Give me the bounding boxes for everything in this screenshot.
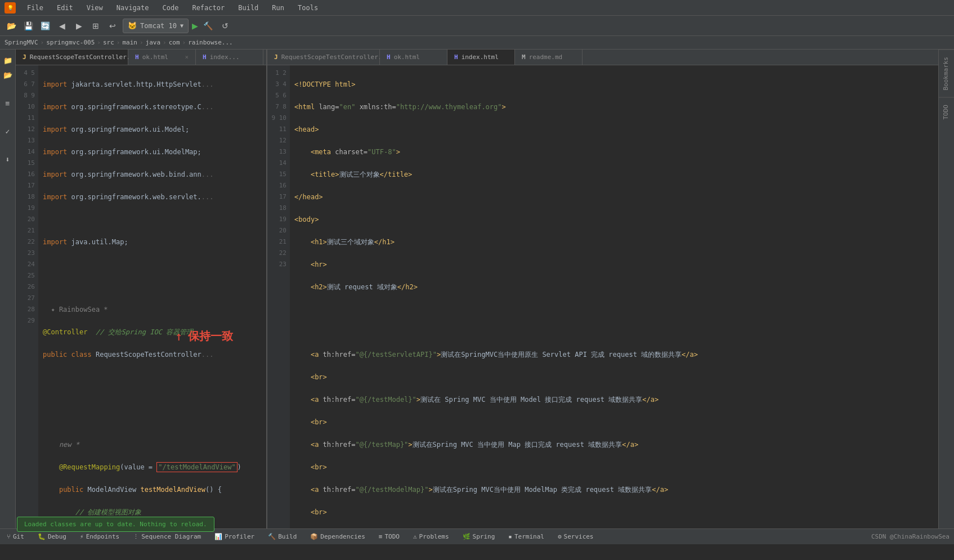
todo-label: TODO [384,533,400,540]
open-file-button[interactable]: 📂 [5,19,18,33]
recent-files-button[interactable]: ⊞ [89,19,102,33]
breadcrumb-package[interactable]: rainbowse... [188,39,232,46]
sidebar-icon-structure[interactable]: ≡ [2,97,14,109]
tab-ok-html[interactable]: H ok.html × [128,50,196,65]
right-editor: 1 2 3 4 5 6 7 8 9 10 11 12 13 14 15 16 1… [267,65,938,528]
bottom-item-endpoints[interactable]: ⚡ Endpoints [78,532,122,541]
run-button[interactable]: ▶ [192,20,198,32]
tab-ok-right[interactable]: H ok.html [380,50,447,65]
tab-close-ok[interactable]: × [185,53,189,61]
menu-file[interactable]: File [25,3,46,13]
tab-label-ok-right: ok.html [394,53,420,61]
problems-label: Problems [419,533,449,540]
panel-tab-bookmarks[interactable]: Bookmarks [939,50,954,97]
tab-readme[interactable]: M readme.md [515,50,583,65]
git-icon: ⑂ [7,533,11,540]
left-sidebar: 📁 📂 ≡ ✓ ⬇ [0,50,16,528]
sidebar-icon-pull-requests[interactable]: ⬇ [2,153,14,165]
panel-tab-todo[interactable]: TODO [939,97,954,127]
tab-label-index-left: index... [210,53,240,61]
breadcrumb-java[interactable]: java [146,39,161,46]
breadcrumb-com[interactable]: com [169,39,180,46]
services-label: Services [564,533,594,540]
bottom-item-todo[interactable]: ≡ TODO [377,532,402,541]
build-button[interactable]: 🔨 [201,19,215,33]
tab-label-index-active: index.html [462,53,499,61]
right-sidebar: Bookmarks TODO [938,50,954,528]
bottom-item-terminal[interactable]: ▪ Terminal [506,532,547,541]
save-button[interactable]: 💾 [21,19,35,33]
bottom-item-services[interactable]: ⚙ Services [556,532,596,541]
left-code-content[interactable]: import jakarta.servlet.http.HttpServlet.… [38,65,266,528]
dependencies-label: Dependencies [320,533,365,540]
menu-navigate[interactable]: Navigate [114,3,151,13]
undo-button[interactable]: ↩ [106,19,119,33]
breadcrumb: SpringMVC › springmvc-005 › src › main ›… [0,36,954,50]
right-line-numbers: 1 2 3 4 5 6 7 8 9 10 11 12 13 14 15 16 1… [267,65,290,528]
back-button[interactable]: ◀ [55,19,69,33]
menu-run[interactable]: Run [270,3,286,13]
profiler-icon: 📊 [214,533,222,540]
tab-controller-right[interactable]: J RequestScopeTestController.java [267,50,380,65]
sidebar-icon-folder[interactable]: 📂 [2,69,14,81]
profiler-label: Profiler [225,533,254,540]
breadcrumb-project[interactable]: springmvc-005 [46,39,95,46]
build-label: Build [278,533,297,540]
menu-code[interactable]: Code [160,3,181,13]
right-code-content[interactable]: <!DOCTYPE html> <html lang="en" xmlns:th… [290,65,938,528]
tab-icon-j2: J [274,53,278,61]
run-config-dropdown-icon: ▼ [180,23,183,29]
update-button[interactable]: ↺ [218,19,232,33]
tab-index-active[interactable]: H index.html [447,50,515,65]
git-label: Git [13,533,24,540]
sidebar-icon-commit[interactable]: ✓ [2,125,14,137]
todo-icon: ≡ [379,533,383,540]
tab-index-left[interactable]: H index... [196,50,263,65]
bottom-item-problems[interactable]: ⚠ Problems [411,532,451,541]
tab-icon-java: J [23,53,26,61]
menu-build[interactable]: Build [236,3,261,13]
tab-icon-html: H [135,53,139,61]
app-logo: 💡 [5,2,16,14]
tab-label-readme: readme.md [529,53,563,61]
bottom-item-sequence[interactable]: ⋮ Sequence Diagram [131,532,203,541]
left-editor: 4 5 6 7 8 9 10 11 12 13 14 15 16 17 18 1… [16,65,267,528]
editor-area: J RequestScopeTestController.java × H ok… [16,50,938,528]
breadcrumb-main[interactable]: main [122,39,137,46]
sidebar-icon-project[interactable]: 📁 [2,54,14,66]
menu-tools[interactable]: Tools [295,3,320,13]
bottom-item-spring[interactable]: 🌿 Spring [460,532,498,541]
left-code-area: 4 5 6 7 8 9 10 11 12 13 14 15 16 17 18 1… [16,65,266,528]
tab-icon-index-active: H [454,53,458,61]
breadcrumb-springmvc[interactable]: SpringMVC [5,39,38,46]
problems-icon: ⚠ [413,533,417,540]
forward-button[interactable]: ▶ [72,19,86,33]
menu-refactor[interactable]: Refactor [190,3,227,13]
endpoints-icon: ⚡ [80,533,84,540]
bottom-item-dependencies[interactable]: 📦 Dependencies [308,532,367,541]
build-icon: 🔨 [268,533,276,540]
bottom-item-debug[interactable]: 🐛 Debug [35,532,69,541]
run-config-selector[interactable]: 🐱 Tomcat 10 ▼ [123,19,189,33]
toolbar: 📂 💾 🔄 ◀ ▶ ⊞ ↩ 🐱 Tomcat 10 ▼ ▶ 🔨 ↺ [0,16,954,36]
bottom-item-build[interactable]: 🔨 Build [266,532,299,541]
notification-toast: Loaded classes are up to date. Nothing t… [17,517,214,532]
sequence-label: Sequence Diagram [141,533,201,540]
tab-icon-ok-right: H [387,53,391,61]
sequence-icon: ⋮ [133,533,139,540]
breadcrumb-src[interactable]: src [103,39,114,46]
run-config-label: Tomcat 10 [140,22,177,30]
right-code-area: 1 2 3 4 5 6 7 8 9 10 11 12 13 14 15 16 1… [267,65,938,528]
terminal-icon: ▪ [508,533,512,540]
left-line-numbers: 4 5 6 7 8 9 10 11 12 13 14 15 16 17 18 1… [16,65,38,528]
sync-button[interactable]: 🔄 [38,19,52,33]
tab-request-scope-controller[interactable]: J RequestScopeTestController.java × [16,50,128,65]
services-icon: ⚙ [558,533,562,540]
tomcat-icon: 🐱 [128,21,137,30]
debug-icon: 🐛 [38,533,46,540]
menu-edit[interactable]: Edit [55,3,75,13]
bottom-item-git[interactable]: ⑂ Git [5,532,26,541]
menu-view[interactable]: View [84,3,105,13]
tab-icon-readme: M [522,53,526,61]
bottom-item-profiler[interactable]: 📊 Profiler [212,532,257,541]
